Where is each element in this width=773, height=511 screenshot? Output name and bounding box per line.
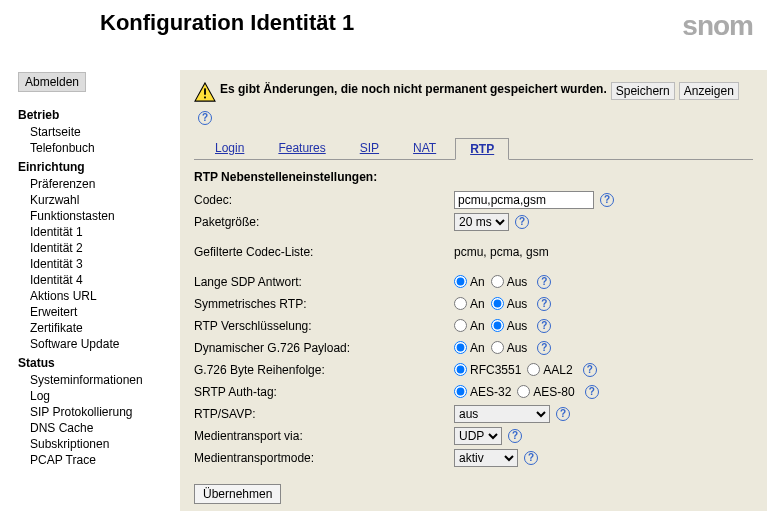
sidebar: Abmelden BetriebStartseiteTelefonbuchEin… [0, 42, 180, 511]
tab-login[interactable]: Login [200, 137, 259, 158]
transport-mode-label: Medientransportmode: [194, 451, 454, 465]
nav-item[interactable]: Kurzwahl [18, 192, 172, 208]
nav-item[interactable]: Zertifikate [18, 320, 172, 336]
tab-rtp[interactable]: RTP [455, 138, 509, 160]
help-icon[interactable]: ? [556, 407, 570, 421]
help-icon[interactable]: ? [600, 193, 614, 207]
codec-input[interactable] [454, 191, 594, 209]
nav-item[interactable]: PCAP Trace [18, 452, 172, 468]
logout-button[interactable]: Abmelden [18, 72, 86, 92]
warning-message: Es gibt Änderungen, die noch nicht perma… [220, 82, 607, 96]
nav-category: Einrichtung [18, 160, 172, 174]
page-title: Konfiguration Identität 1 [100, 10, 354, 36]
svg-rect-1 [204, 97, 206, 99]
nav-item[interactable]: Erweitert [18, 304, 172, 320]
byte-radio-rfc[interactable] [454, 363, 467, 376]
nav-item[interactable]: Systeminformationen [18, 372, 172, 388]
help-icon[interactable]: ? [508, 429, 522, 443]
nav-item[interactable]: Log [18, 388, 172, 404]
nav-item[interactable]: Telefonbuch [18, 140, 172, 156]
enc-label: RTP Verschlüsselung: [194, 319, 454, 333]
nav-item[interactable]: Funktionstasten [18, 208, 172, 224]
warning-icon [194, 82, 216, 102]
nav-item[interactable]: Identität 3 [18, 256, 172, 272]
help-icon[interactable]: ? [583, 363, 597, 377]
srtp-radio-aes32[interactable] [454, 385, 467, 398]
tab-nat[interactable]: NAT [398, 137, 451, 158]
nav-item[interactable]: Software Update [18, 336, 172, 352]
sdp-radio-on[interactable] [454, 275, 467, 288]
srtp-radio-aes80[interactable] [517, 385, 530, 398]
transport-mode-select[interactable]: aktiv [454, 449, 518, 467]
help-icon[interactable]: ? [524, 451, 538, 465]
show-button[interactable]: Anzeigen [679, 82, 739, 100]
logo: snom [682, 10, 753, 42]
sdp-label: Lange SDP Antwort: [194, 275, 454, 289]
enc-radio-off[interactable] [491, 319, 504, 332]
nav-category: Betrieb [18, 108, 172, 122]
sym-label: Symmetrisches RTP: [194, 297, 454, 311]
enc-radio-on[interactable] [454, 319, 467, 332]
dyn-radio-off[interactable] [491, 341, 504, 354]
savp-select[interactable]: aus [454, 405, 550, 423]
srtp-radio-label: AES-32 [470, 385, 511, 399]
srtp-radio-label: AES-80 [533, 385, 574, 399]
tab-bar: LoginFeaturesSIPNATRTP [194, 133, 753, 160]
save-button[interactable]: Speichern [611, 82, 675, 100]
packetsize-label: Paketgröße: [194, 215, 454, 229]
enc-radio-label: Aus [507, 319, 528, 333]
nav-item[interactable]: SIP Protokollierung [18, 404, 172, 420]
help-icon[interactable]: ? [515, 215, 529, 229]
apply-button[interactable]: Übernehmen [194, 484, 281, 504]
main-panel: Es gibt Änderungen, die noch nicht perma… [180, 70, 767, 511]
help-icon[interactable]: ? [198, 111, 212, 125]
dyn-radio-on[interactable] [454, 341, 467, 354]
dyn-radio-label: An [470, 341, 485, 355]
srtp-label: SRTP Auth-tag: [194, 385, 454, 399]
filtered-codec-value: pcmu, pcma, gsm [454, 245, 549, 259]
nav-item[interactable]: Identität 2 [18, 240, 172, 256]
transport-via-label: Medientransport via: [194, 429, 454, 443]
tab-sip[interactable]: SIP [345, 137, 394, 158]
sdp-radio-off[interactable] [491, 275, 504, 288]
dyn-radio-label: Aus [507, 341, 528, 355]
nav-item[interactable]: DNS Cache [18, 420, 172, 436]
tab-features[interactable]: Features [263, 137, 340, 158]
transport-via-select[interactable]: UDP [454, 427, 502, 445]
sym-radio-label: Aus [507, 297, 528, 311]
nav-item[interactable]: Startseite [18, 124, 172, 140]
enc-radio-label: An [470, 319, 485, 333]
byte-radio-label: AAL2 [543, 363, 572, 377]
savp-label: RTP/SAVP: [194, 407, 454, 421]
dyn-label: Dynamischer G.726 Payload: [194, 341, 454, 355]
sym-radio-label: An [470, 297, 485, 311]
help-icon[interactable]: ? [537, 319, 551, 333]
nav-category: Status [18, 356, 172, 370]
sym-radio-off[interactable] [491, 297, 504, 310]
nav-item[interactable]: Präferenzen [18, 176, 172, 192]
sdp-radio-label: An [470, 275, 485, 289]
help-icon[interactable]: ? [585, 385, 599, 399]
help-icon[interactable]: ? [537, 275, 551, 289]
packetsize-select[interactable]: 20 ms [454, 213, 509, 231]
help-icon[interactable]: ? [537, 341, 551, 355]
nav-item[interactable]: Identität 4 [18, 272, 172, 288]
nav-item[interactable]: Identität 1 [18, 224, 172, 240]
nav-item[interactable]: Subskriptionen [18, 436, 172, 452]
svg-rect-0 [204, 88, 206, 94]
byte-label: G.726 Byte Reihenfolge: [194, 363, 454, 377]
byte-radio-label: RFC3551 [470, 363, 521, 377]
nav-item[interactable]: Aktions URL [18, 288, 172, 304]
help-icon[interactable]: ? [537, 297, 551, 311]
filtered-codec-label: Gefilterte Codec-Liste: [194, 245, 454, 259]
byte-radio-aal[interactable] [527, 363, 540, 376]
section-title: RTP Nebenstelleneinstellungen: [194, 170, 753, 184]
sdp-radio-label: Aus [507, 275, 528, 289]
codec-label: Codec: [194, 193, 454, 207]
sym-radio-on[interactable] [454, 297, 467, 310]
